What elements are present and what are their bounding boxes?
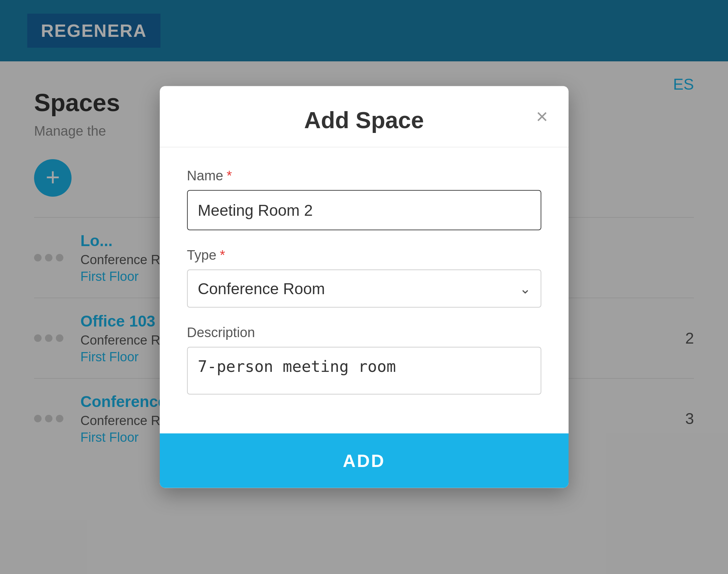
type-required-indicator: * [220,247,225,263]
type-select-wrapper: Conference Room Office Meeting Room Open… [187,270,541,308]
name-input[interactable] [187,190,541,230]
add-space-modal: Add Space × Name * Type * Conference Roo… [160,86,569,488]
type-select[interactable]: Conference Room Office Meeting Room Open… [187,270,541,308]
name-required-indicator: * [227,168,232,183]
description-form-group: Description 7-person meeting room [187,325,541,396]
modal-close-button[interactable]: × [536,106,548,127]
name-form-group: Name * [187,168,541,230]
name-label: Name * [187,168,541,183]
description-input[interactable]: 7-person meeting room [187,347,541,395]
modal-title: Add Space [304,107,424,133]
modal-footer: ADD [160,434,569,488]
modal-body: Name * Type * Conference Room Office Mee… [160,148,569,434]
modal-header: Add Space × [160,86,569,148]
description-label: Description [187,325,541,340]
type-form-group: Type * Conference Room Office Meeting Ro… [187,247,541,308]
add-button[interactable]: ADD [343,451,385,471]
type-label: Type * [187,247,541,263]
